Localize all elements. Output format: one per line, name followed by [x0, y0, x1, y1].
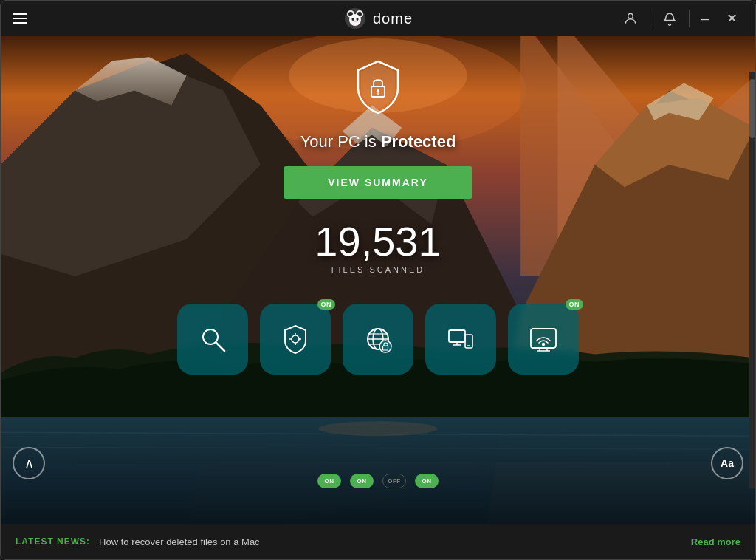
protection-button[interactable]: ON [260, 304, 331, 375]
protection-icon [279, 323, 312, 355]
web-icon [362, 323, 394, 355]
svg-point-55 [543, 344, 545, 346]
scroll-indicator-3: ON [415, 474, 439, 488]
scroll-up-button[interactable]: ∧ [13, 447, 45, 479]
bell-button[interactable] [656, 8, 683, 29]
content-overlay: Your PC is Protected VIEW SUMMARY 19,531… [1, 36, 755, 524]
title-bar-center: dome [343, 7, 413, 30]
view-summary-button[interactable]: VIEW SUMMARY [284, 166, 472, 199]
svg-point-6 [351, 18, 354, 21]
svg-point-34 [292, 335, 299, 343]
title-bar-right: – ✕ [617, 7, 743, 30]
svg-point-9 [628, 13, 633, 18]
svg-point-44 [379, 341, 391, 352]
separator2 [689, 10, 690, 27]
web-button[interactable] [343, 304, 413, 375]
on-badge-wifi: ON [566, 299, 584, 310]
wifi-button[interactable]: ON [508, 304, 579, 375]
scroll-indicator-0: ON [317, 474, 341, 488]
scan-button[interactable] [177, 304, 248, 375]
svg-rect-46 [449, 330, 465, 342]
main-content: Your PC is Protected VIEW SUMMARY 19,531… [1, 36, 755, 524]
status-text: Your PC is Protected [300, 132, 456, 151]
app-window: dome – ✕ [0, 0, 756, 560]
scan-icon [196, 323, 229, 355]
menu-icon[interactable] [13, 13, 27, 24]
scroll-indicator-2: OFF [382, 474, 406, 488]
minimize-button[interactable]: – [695, 8, 715, 30]
shield-icon [352, 58, 404, 117]
devices-button[interactable] [425, 304, 496, 375]
font-button[interactable]: Aa [711, 447, 743, 479]
news-bar: LATEST NEWS: How to recover deleted file… [1, 524, 755, 559]
svg-point-7 [356, 18, 358, 21]
logo-icon [343, 7, 367, 30]
on-badge-protection: ON [317, 299, 336, 310]
svg-point-5 [349, 14, 361, 26]
app-title: dome [373, 10, 413, 27]
scrollbar[interactable] [749, 72, 755, 488]
svg-point-30 [377, 89, 379, 92]
svg-point-8 [354, 21, 357, 22]
separator [650, 10, 650, 27]
scrollbar-thumb[interactable] [749, 79, 755, 138]
title-bar: dome – ✕ [1, 1, 755, 36]
svg-point-32 [203, 329, 218, 344]
title-bar-left [13, 13, 27, 24]
files-label: FILES SCANNED [331, 265, 425, 274]
user-button[interactable] [617, 8, 644, 29]
files-count: 19,531 [315, 221, 441, 262]
devices-icon [444, 323, 477, 355]
wifi-icon [527, 323, 560, 355]
news-label: LATEST NEWS: [16, 536, 90, 547]
scroll-indicator-1: ON [350, 474, 374, 488]
features-row: ON [177, 304, 579, 375]
news-text: How to recover deleted files on a Mac [99, 536, 682, 547]
scroll-indicators: ON ON OFF ON [1, 474, 755, 488]
shield-container [352, 58, 404, 120]
svg-line-33 [216, 343, 224, 351]
read-more-link[interactable]: Read more [691, 536, 740, 547]
close-button[interactable]: ✕ [721, 7, 743, 30]
